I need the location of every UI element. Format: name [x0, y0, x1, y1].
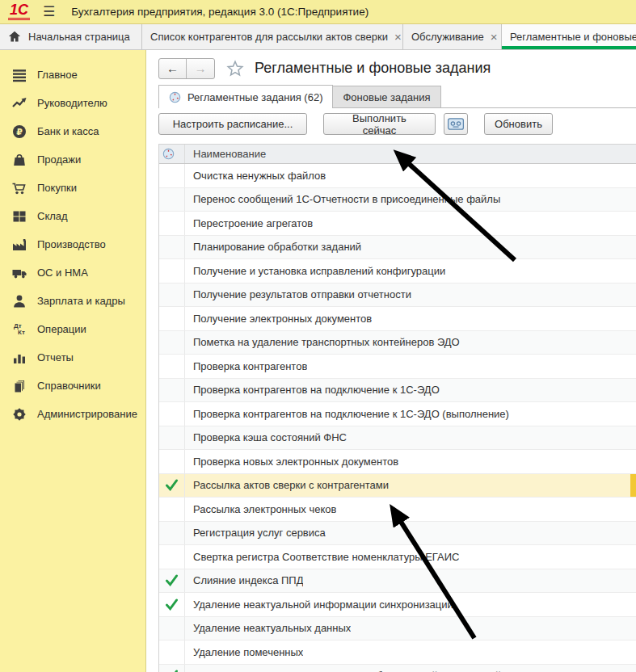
checkmark-icon — [165, 574, 179, 586]
sidebar-label: Банк и касса — [37, 125, 99, 137]
task-name: Перенос сообщений 1С-Отчетности в присое… — [185, 193, 500, 205]
row-status-cell — [159, 498, 185, 521]
close-icon[interactable]: × — [394, 31, 402, 43]
row-status-cell — [159, 164, 185, 187]
sidebar-item-manager[interactable]: Руководителю — [0, 89, 145, 117]
table-row[interactable]: Рассылка актов сверки с контрагентами — [159, 474, 636, 498]
sidebar-label: Администрирование — [37, 408, 137, 420]
table-row[interactable]: Получение результатов отправки отчетност… — [159, 284, 636, 308]
sidebar-label: Склад — [37, 210, 68, 222]
run-now-button[interactable]: Выполнить сейчас — [323, 113, 436, 135]
sidebar-item-warehouse[interactable]: Склад — [0, 202, 145, 230]
sidebar-item-production[interactable]: Производство — [0, 230, 145, 258]
home-icon — [8, 31, 21, 43]
svg-text:₽: ₽ — [16, 126, 23, 136]
task-name: Проверка контрагентов на подключение к 1… — [185, 384, 440, 396]
task-name: Слияние индекса ППД — [185, 574, 303, 586]
table-row[interactable]: Проверка кэша состояний ФНС — [159, 426, 636, 451]
table-row[interactable]: Проверка новых электронных документов — [159, 450, 636, 474]
tab-maintenance[interactable]: Обслуживание × — [403, 24, 502, 49]
table-header[interactable]: Наименование — [159, 144, 636, 164]
refresh-button[interactable]: Обновить — [484, 113, 553, 135]
scheduled-jobs-table: Наименование Очистка ненужных файлов Пер… — [158, 144, 636, 672]
schedule-column-header — [159, 145, 185, 163]
tab-home-label: Начальная страница — [28, 31, 130, 43]
debit-credit-icon: ДтКт — [11, 321, 27, 338]
sidebar-label: Производство — [37, 238, 106, 250]
table-row[interactable]: Планирование обработки заданий — [159, 236, 636, 260]
sidebar-item-bank-cash[interactable]: ₽ Банк и касса — [0, 117, 145, 145]
tab-background-jobs[interactable]: Фоновые задания — [333, 86, 440, 108]
table-row[interactable]: Перестроение агрегатов — [159, 212, 636, 236]
task-name: Получение результатов отправки отчетност… — [185, 288, 411, 300]
tab-label: Регламентные и фоновые — [510, 31, 636, 43]
table-row[interactable]: Проверка контрагентов на подключение к 1… — [159, 379, 636, 403]
warehouse-icon — [11, 208, 27, 225]
table-row[interactable]: Свертка регистра Соответствие номенклату… — [159, 545, 636, 569]
favorite-star-icon[interactable] — [225, 59, 245, 78]
sidebar-label: Зарплата и кадры — [37, 295, 125, 307]
task-name: Перестроение агрегатов — [185, 217, 313, 229]
sidebar-item-sales[interactable]: Продажи — [0, 145, 145, 174]
sidebar-label: Операции — [37, 323, 86, 335]
configure-schedule-button[interactable]: Настроить расписание... — [158, 113, 307, 135]
books-icon — [11, 378, 27, 394]
sidebar-item-administration[interactable]: Администрирование — [0, 400, 145, 428]
table-row[interactable]: Проверка контрагентов на подключение к 1… — [159, 402, 636, 426]
task-name: Планирование обработки заданий — [185, 241, 361, 253]
close-icon[interactable]: × — [491, 31, 498, 43]
table-row[interactable]: Удаление помеченных — [159, 640, 636, 665]
1c-logo: 1С — [8, 3, 30, 20]
events-log-button[interactable] — [444, 113, 468, 135]
table-row[interactable]: Получение и установка исправлений конфиг… — [159, 259, 636, 284]
table-row[interactable]: Удаление устаревших параметров работы ве… — [159, 665, 636, 672]
person-icon — [11, 293, 27, 309]
row-status-cell — [159, 569, 185, 593]
row-status-cell — [159, 188, 185, 212]
table-row[interactable]: Слияние индекса ППД — [159, 569, 636, 594]
table-row[interactable]: Регистрация услуг сервиса — [159, 522, 636, 546]
table-row[interactable]: Получение электронных документов — [159, 307, 636, 331]
sidebar-label: Продажи — [37, 153, 81, 166]
sidebar-item-directories[interactable]: Справочники — [0, 372, 145, 400]
menu-icon — [11, 67, 27, 83]
tab-counterparty-list[interactable]: Список контрагентов для рассылки актов с… — [142, 24, 403, 49]
sidebar-item-main[interactable]: Главное — [0, 61, 145, 89]
row-status-cell — [159, 426, 185, 450]
sidebar-item-reports[interactable]: Отчеты — [0, 343, 145, 372]
sidebar-item-purchases[interactable]: Покупки — [0, 174, 145, 202]
tab-home[interactable]: Начальная страница — [0, 24, 142, 49]
sidebar-label: Покупки — [37, 182, 77, 194]
task-name: Пометка на удаление транспортных контейн… — [185, 336, 460, 348]
forward-button[interactable]: → — [187, 59, 214, 78]
sidebar-item-payroll-hr[interactable]: Зарплата и кадры — [0, 287, 145, 315]
clock-icon — [169, 91, 181, 103]
sidebar-item-operations[interactable]: ДтКт Операции — [0, 315, 145, 343]
tab-scheduled-jobs[interactable]: Регламентные и фоновые — [502, 24, 636, 49]
main-menu-icon[interactable]: ☰ — [43, 3, 55, 20]
sidebar-item-fixed-assets[interactable]: ОС и НМА — [0, 258, 145, 287]
truck-icon — [11, 265, 27, 281]
table-row[interactable]: Рассылка электронных чеков — [159, 498, 636, 522]
table-row[interactable]: Очистка ненужных файлов — [159, 164, 636, 188]
chart-icon — [11, 350, 27, 366]
row-status-cell — [159, 450, 185, 473]
task-name: Свертка регистра Соответствие номенклату… — [185, 551, 459, 563]
table-row[interactable]: Пометка на удаление транспортных контейн… — [159, 331, 636, 355]
tab-scheduled-jobs-list[interactable]: Регламентные задания (62) — [158, 85, 333, 108]
table-row[interactable]: Проверка контрагентов — [159, 355, 636, 379]
tab-label: Обслуживание — [411, 31, 484, 43]
row-status-cell — [159, 640, 185, 664]
name-column-header: Наименование — [185, 148, 266, 160]
tab-label: Фоновые задания — [343, 91, 430, 103]
table-row[interactable]: Перенос сообщений 1С-Отчетности в присое… — [159, 188, 636, 212]
back-button[interactable]: ← — [159, 59, 187, 78]
table-row[interactable]: Удаление неактуальных данных — [159, 617, 636, 641]
section-sidebar: Главное Руководителю ₽ Банк и касса Прод… — [0, 50, 146, 672]
task-name: Удаление неактуальной информации синхрон… — [185, 598, 453, 611]
table-row[interactable]: Удаление неактуальной информации синхрон… — [159, 593, 636, 617]
window-title: Бухгалтерия предприятия, редакция 3.0 (1… — [71, 6, 369, 18]
task-name: Рассылка электронных чеков — [185, 503, 336, 515]
row-status-cell — [159, 307, 185, 330]
task-name: Получение и установка исправлений конфиг… — [185, 265, 445, 277]
